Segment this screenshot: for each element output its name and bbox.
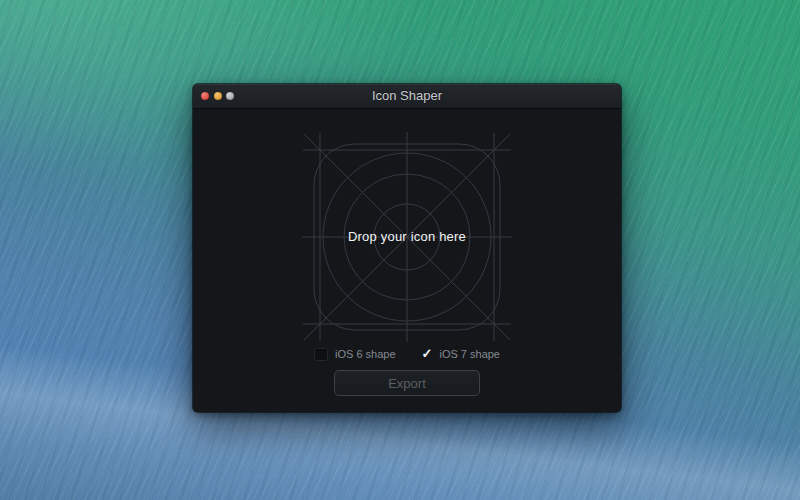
checkmark-icon[interactable]: ✓ xyxy=(422,348,433,360)
window-title: Icon Shaper xyxy=(193,84,621,108)
drop-hint-label: Drop your icon here xyxy=(193,229,621,244)
screen: Icon Shaper xyxy=(0,0,800,500)
checkbox-ios6-shape[interactable]: iOS 6 shape xyxy=(314,348,396,361)
icon-shaper-window: Icon Shaper xyxy=(193,84,621,412)
checkbox-ios7-label: iOS 7 shape xyxy=(439,348,500,360)
export-button[interactable]: Export xyxy=(334,370,480,396)
titlebar[interactable]: Icon Shaper xyxy=(193,84,621,109)
icon-dropzone[interactable]: Drop your icon here xyxy=(193,109,621,349)
checkbox-ios7-shape[interactable]: ✓ iOS 7 shape xyxy=(422,348,500,360)
checkbox-ios6-label: iOS 6 shape xyxy=(335,348,396,360)
checkbox-unchecked-icon[interactable] xyxy=(314,348,328,361)
shape-options: iOS 6 shape ✓ iOS 7 shape xyxy=(193,346,621,362)
window-content: Drop your icon here iOS 6 shape ✓ iOS 7 … xyxy=(193,109,621,412)
